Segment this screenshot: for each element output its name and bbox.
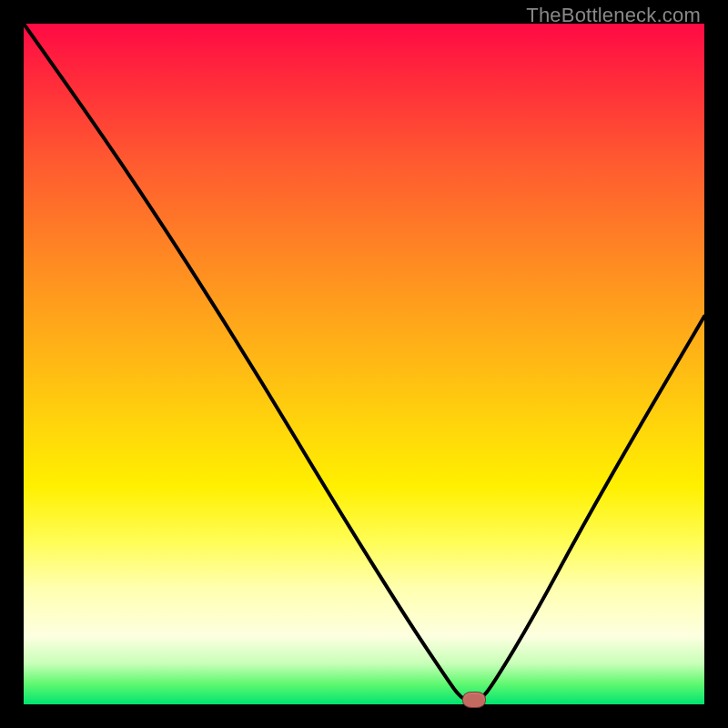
chart-frame: TheBottleneck.com	[0, 0, 728, 728]
plot-area	[24, 24, 704, 704]
optimal-point-marker	[462, 692, 486, 708]
bottleneck-curve	[24, 24, 704, 704]
